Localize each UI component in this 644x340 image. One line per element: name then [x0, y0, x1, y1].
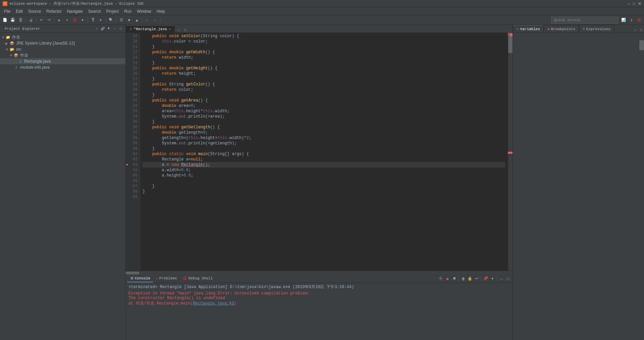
- run-dropdown[interactable]: ▼: [63, 16, 71, 24]
- search-button[interactable]: 🔍: [107, 16, 115, 24]
- problems-icon: ⚠: [156, 276, 158, 280]
- perspectives-button[interactable]: 📊: [620, 16, 627, 24]
- save-button[interactable]: 💾: [9, 16, 16, 24]
- minimize-view-icon[interactable]: –: [112, 26, 117, 31]
- console-clear-btn[interactable]: 🗑: [460, 276, 466, 282]
- code-area[interactable]: public void setColor(String color) { thi…: [140, 33, 508, 271]
- link-with-editor-icon[interactable]: 🔗: [100, 26, 105, 31]
- console-maximize-btn[interactable]: □: [505, 276, 511, 282]
- line-38: 38: [126, 135, 140, 141]
- line-34: 34: [126, 114, 140, 119]
- maximize-button[interactable]: □: [633, 1, 635, 6]
- maximize-view-icon[interactable]: □: [118, 26, 123, 31]
- editor-scrollbar[interactable]: [508, 33, 513, 271]
- external-tools-button[interactable]: ⚧: [89, 16, 97, 24]
- toolbar-sep-1: [25, 17, 26, 23]
- code-line-47: }: [143, 184, 505, 189]
- back-button[interactable]: ←: [144, 16, 151, 24]
- menu-file[interactable]: File: [1, 8, 13, 14]
- tab-variables-label: Variables: [520, 27, 540, 31]
- tree-item-package[interactable]: ▼ 📦 作业: [0, 52, 125, 58]
- console-minimize-btn[interactable]: –: [498, 276, 504, 282]
- line-23: 23: [126, 55, 140, 60]
- menu-source[interactable]: Source: [25, 8, 44, 14]
- line-19: 19: [126, 33, 140, 39]
- workspace-icon: 📁: [5, 35, 11, 40]
- menu-help[interactable]: Help: [154, 8, 168, 14]
- code-line-33: area=this.height*this.width;: [143, 109, 505, 114]
- redo-button[interactable]: ↪: [45, 16, 53, 24]
- console-new-btn[interactable]: ➕: [438, 276, 444, 282]
- tab-console[interactable]: 🖥 Console: [127, 275, 153, 282]
- right-scrollbar-thumb[interactable]: [639, 40, 644, 50]
- console-pin-btn[interactable]: 📌: [483, 276, 489, 282]
- print-button[interactable]: 🖨: [27, 16, 35, 24]
- tree-item-rectangle[interactable]: ▶ J Rectangle.java: [0, 58, 125, 64]
- save-all-button[interactable]: 🗄: [17, 16, 24, 24]
- tab-problems[interactable]: ⚠ Problems: [153, 275, 179, 282]
- run-button[interactable]: ►: [56, 16, 63, 24]
- console-scroll-lock-btn[interactable]: 🔒: [467, 276, 473, 282]
- code-line-30: }: [143, 92, 505, 98]
- perspective-button[interactable]: ☰: [118, 16, 125, 24]
- tab-breakpoints[interactable]: ● Breakpoints: [544, 25, 579, 32]
- console-terminate-btn[interactable]: ■: [444, 276, 450, 282]
- tab-variables[interactable]: x Variables: [513, 25, 544, 32]
- menu-project[interactable]: Project: [104, 8, 121, 14]
- tab-expressions[interactable]: = Expressions: [579, 25, 614, 32]
- tree-item-jre[interactable]: ▶ 📦 JRE System Library [JavaSE-12]: [0, 40, 125, 46]
- quick-access-box[interactable]: Quick Access: [551, 17, 618, 23]
- code-line-24: }: [143, 60, 505, 66]
- console-word-wrap-btn[interactable]: ↩: [474, 276, 480, 282]
- menu-navigate[interactable]: Navigate: [64, 8, 85, 14]
- code-line-32: double area=0;: [143, 103, 505, 109]
- next-annotation[interactable]: ▼: [125, 16, 133, 24]
- debug-perspective[interactable]: 🐞: [635, 16, 643, 24]
- console-remove-btn[interactable]: ✖: [451, 276, 457, 282]
- forward-button[interactable]: →: [151, 16, 159, 24]
- debug-button[interactable]: 🐞: [71, 16, 78, 24]
- menu-bar: File Edit Source Refactor Navigate Searc…: [0, 7, 644, 15]
- prev-annotation[interactable]: ▲: [133, 16, 141, 24]
- tab-close-icon[interactable]: ✕: [169, 27, 171, 31]
- menu-refactor[interactable]: Refactor: [44, 8, 64, 14]
- tree-item-workspace[interactable]: ▼ 📁 作业: [0, 34, 125, 40]
- tree-item-src[interactable]: ▼ 📂 src: [0, 46, 125, 52]
- right-maximize-icon[interactable]: □: [639, 27, 644, 32]
- line-49: 49: [126, 194, 140, 200]
- code-line-39: System.out.println(+getlength);: [143, 141, 505, 146]
- new-button[interactable]: 📄: [1, 16, 9, 24]
- console-dropdown-btn[interactable]: ▼: [489, 276, 495, 282]
- right-scrollbar[interactable]: [639, 40, 644, 340]
- editor-tab-rectangle[interactable]: J *Rectangle.java ✕: [126, 25, 175, 32]
- external-dropdown[interactable]: ▼: [97, 16, 104, 24]
- horizontal-scrollbar[interactable]: [126, 271, 513, 275]
- error-link[interactable]: Rectangle.java:43: [193, 301, 234, 306]
- line-39: 39: [126, 141, 140, 146]
- minimize-editor-icon[interactable]: –: [176, 27, 181, 32]
- bottom-sep-1: [459, 276, 459, 281]
- collapse-all-icon[interactable]: ⏎: [94, 26, 99, 31]
- src-icon: 📂: [9, 47, 15, 52]
- console-label: Console: [135, 276, 150, 280]
- tab-debug-shell[interactable]: 🐞 Debug Shell: [180, 275, 216, 282]
- menu-window[interactable]: Window: [134, 8, 154, 14]
- minimize-button[interactable]: –: [628, 1, 630, 6]
- h-scrollbar-thumb[interactable]: [126, 272, 139, 274]
- java-perspective[interactable]: J: [628, 16, 635, 24]
- view-menu-icon[interactable]: ▼: [106, 26, 111, 31]
- maximize-editor-icon[interactable]: □: [183, 27, 188, 32]
- right-minimize-icon[interactable]: –: [633, 27, 638, 32]
- debug-dropdown[interactable]: ▼: [79, 16, 86, 24]
- main-layout: Project Explorer ⏎ 🔗 ▼ – □ ▼ 📁 作业 ▶ 📦 JR…: [0, 25, 644, 340]
- tree-item-module-info[interactable]: ▶ J module-info.java: [0, 64, 125, 70]
- undo-button[interactable]: ↩: [38, 16, 45, 24]
- error-marker-top: [510, 33, 513, 36]
- menu-run[interactable]: Run: [121, 8, 134, 14]
- code-line-35: }: [143, 119, 505, 125]
- menu-search[interactable]: Search: [86, 8, 104, 14]
- menu-edit[interactable]: Edit: [13, 8, 25, 14]
- project-explorer-tab[interactable]: Project Explorer: [2, 26, 43, 31]
- close-button[interactable]: ✕: [638, 1, 641, 6]
- toolbar-sep-8: [160, 17, 160, 23]
